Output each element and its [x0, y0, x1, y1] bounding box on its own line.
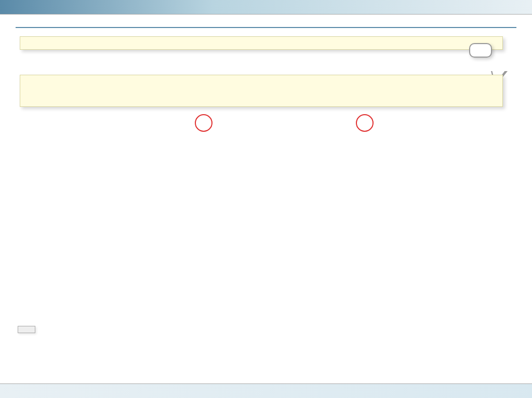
cut-label [18, 326, 35, 333]
code-line [30, 81, 493, 100]
result-bubble [469, 43, 492, 58]
concat-code-block [20, 36, 503, 50]
slices-code-block [20, 75, 503, 107]
slide-footer [0, 383, 532, 398]
cut-circle-icon [195, 114, 212, 132]
slide-title [16, 26, 516, 28]
cut-circle-icon [356, 114, 374, 132]
slide-header [0, 0, 532, 15]
